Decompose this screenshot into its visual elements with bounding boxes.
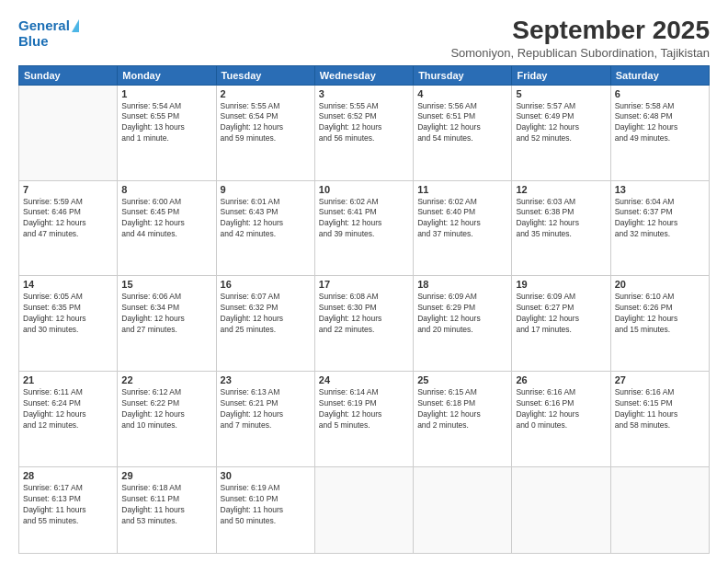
calendar-cell: 16Sunrise: 6:07 AM Sunset: 6:32 PM Dayli…	[216, 276, 314, 372]
day-info: Sunrise: 5:56 AM Sunset: 6:51 PM Dayligh…	[417, 101, 507, 145]
calendar-cell: 2Sunrise: 5:55 AM Sunset: 6:54 PM Daylig…	[216, 85, 314, 180]
calendar-cell: 22Sunrise: 6:12 AM Sunset: 6:22 PM Dayli…	[118, 372, 216, 467]
weekday-header-wednesday: Wednesday	[314, 65, 413, 85]
day-number: 9	[221, 184, 311, 195]
day-info: Sunrise: 5:55 AM Sunset: 6:52 PM Dayligh…	[319, 101, 409, 145]
day-number: 21	[23, 374, 113, 385]
calendar-cell: 20Sunrise: 6:10 AM Sunset: 6:26 PM Dayli…	[610, 276, 709, 372]
day-number: 4	[417, 88, 507, 99]
logo: General Blue	[18, 18, 79, 49]
day-number: 2	[221, 88, 311, 99]
day-number: 6	[615, 88, 705, 99]
day-info: Sunrise: 6:06 AM Sunset: 6:34 PM Dayligh…	[121, 292, 211, 336]
month-year-title: September 2025	[450, 15, 710, 46]
day-number: 24	[319, 374, 409, 385]
calendar-week-row: 14Sunrise: 6:05 AM Sunset: 6:35 PM Dayli…	[19, 276, 710, 372]
weekday-header-sunday: Sunday	[19, 65, 118, 85]
day-info: Sunrise: 6:17 AM Sunset: 6:13 PM Dayligh…	[23, 483, 113, 527]
day-number: 10	[319, 184, 409, 195]
calendar-cell: 18Sunrise: 6:09 AM Sunset: 6:29 PM Dayli…	[414, 276, 512, 372]
day-info: Sunrise: 6:12 AM Sunset: 6:22 PM Dayligh…	[121, 387, 211, 431]
header: General Blue September 2025 Somoniyon, R…	[18, 15, 710, 60]
calendar-table: SundayMondayTuesdayWednesdayThursdayFrid…	[18, 65, 710, 554]
day-number: 23	[221, 374, 311, 385]
day-number: 13	[615, 184, 705, 195]
location-subtitle: Somoniyon, Republican Subordination, Taj…	[450, 46, 710, 60]
day-info: Sunrise: 6:04 AM Sunset: 6:37 PM Dayligh…	[615, 197, 705, 241]
day-info: Sunrise: 6:07 AM Sunset: 6:32 PM Dayligh…	[221, 292, 311, 336]
calendar-cell: 15Sunrise: 6:06 AM Sunset: 6:34 PM Dayli…	[118, 276, 216, 372]
day-info: Sunrise: 6:14 AM Sunset: 6:19 PM Dayligh…	[319, 387, 409, 431]
calendar-week-row: 1Sunrise: 5:54 AM Sunset: 6:55 PM Daylig…	[19, 85, 710, 180]
calendar-cell: 30Sunrise: 6:19 AM Sunset: 6:10 PM Dayli…	[216, 467, 314, 554]
calendar-cell: 5Sunrise: 5:57 AM Sunset: 6:49 PM Daylig…	[512, 85, 610, 180]
day-info: Sunrise: 6:09 AM Sunset: 6:29 PM Dayligh…	[417, 292, 507, 336]
day-number: 14	[23, 279, 113, 290]
day-info: Sunrise: 6:16 AM Sunset: 6:16 PM Dayligh…	[516, 387, 606, 431]
day-info: Sunrise: 6:02 AM Sunset: 6:41 PM Dayligh…	[319, 197, 409, 241]
calendar-cell: 14Sunrise: 6:05 AM Sunset: 6:35 PM Dayli…	[19, 276, 118, 372]
calendar-cell: 6Sunrise: 5:58 AM Sunset: 6:48 PM Daylig…	[610, 85, 709, 180]
calendar-cell: 10Sunrise: 6:02 AM Sunset: 6:41 PM Dayli…	[314, 180, 413, 276]
day-info: Sunrise: 6:09 AM Sunset: 6:27 PM Dayligh…	[516, 292, 606, 336]
calendar-cell	[314, 467, 413, 554]
day-number: 16	[221, 279, 311, 290]
calendar-week-row: 21Sunrise: 6:11 AM Sunset: 6:24 PM Dayli…	[19, 372, 710, 467]
day-info: Sunrise: 6:03 AM Sunset: 6:38 PM Dayligh…	[516, 197, 606, 241]
calendar-cell: 24Sunrise: 6:14 AM Sunset: 6:19 PM Dayli…	[314, 372, 413, 467]
calendar-cell: 12Sunrise: 6:03 AM Sunset: 6:38 PM Dayli…	[512, 180, 610, 276]
calendar-week-row: 28Sunrise: 6:17 AM Sunset: 6:13 PM Dayli…	[19, 467, 710, 554]
day-number: 15	[121, 279, 211, 290]
weekday-header-saturday: Saturday	[610, 65, 709, 85]
calendar-cell: 17Sunrise: 6:08 AM Sunset: 6:30 PM Dayli…	[314, 276, 413, 372]
day-number: 25	[417, 374, 507, 385]
day-number: 22	[121, 374, 211, 385]
day-info: Sunrise: 6:02 AM Sunset: 6:40 PM Dayligh…	[417, 197, 507, 241]
day-number: 18	[417, 279, 507, 290]
day-info: Sunrise: 5:54 AM Sunset: 6:55 PM Dayligh…	[121, 101, 211, 145]
day-number: 17	[319, 279, 409, 290]
day-number: 30	[221, 470, 311, 481]
day-info: Sunrise: 6:08 AM Sunset: 6:30 PM Dayligh…	[319, 292, 409, 336]
logo-blue: Blue	[18, 34, 49, 50]
day-info: Sunrise: 6:16 AM Sunset: 6:15 PM Dayligh…	[615, 387, 705, 431]
day-number: 3	[319, 88, 409, 99]
day-info: Sunrise: 6:05 AM Sunset: 6:35 PM Dayligh…	[23, 292, 113, 336]
calendar-cell	[414, 467, 512, 554]
day-number: 29	[121, 470, 211, 481]
calendar-cell: 27Sunrise: 6:16 AM Sunset: 6:15 PM Dayli…	[610, 372, 709, 467]
day-number: 8	[121, 184, 211, 195]
calendar-cell: 13Sunrise: 6:04 AM Sunset: 6:37 PM Dayli…	[610, 180, 709, 276]
weekday-header-monday: Monday	[118, 65, 216, 85]
day-number: 1	[121, 88, 211, 99]
calendar-cell: 4Sunrise: 5:56 AM Sunset: 6:51 PM Daylig…	[414, 85, 512, 180]
day-info: Sunrise: 5:55 AM Sunset: 6:54 PM Dayligh…	[221, 101, 311, 145]
weekday-header-thursday: Thursday	[414, 65, 512, 85]
day-number: 11	[417, 184, 507, 195]
calendar-cell	[610, 467, 709, 554]
day-number: 19	[516, 279, 606, 290]
day-info: Sunrise: 5:58 AM Sunset: 6:48 PM Dayligh…	[615, 101, 705, 145]
calendar-cell	[512, 467, 610, 554]
title-block: September 2025 Somoniyon, Republican Sub…	[450, 15, 710, 60]
calendar-cell: 8Sunrise: 6:00 AM Sunset: 6:45 PM Daylig…	[118, 180, 216, 276]
calendar-cell: 23Sunrise: 6:13 AM Sunset: 6:21 PM Dayli…	[216, 372, 314, 467]
page: General Blue September 2025 Somoniyon, R…	[0, 0, 728, 563]
day-info: Sunrise: 6:11 AM Sunset: 6:24 PM Dayligh…	[23, 387, 113, 431]
calendar-cell: 3Sunrise: 5:55 AM Sunset: 6:52 PM Daylig…	[314, 85, 413, 180]
day-number: 26	[516, 374, 606, 385]
day-info: Sunrise: 5:57 AM Sunset: 6:49 PM Dayligh…	[516, 101, 606, 145]
weekday-header-friday: Friday	[512, 65, 610, 85]
calendar-cell: 1Sunrise: 5:54 AM Sunset: 6:55 PM Daylig…	[118, 85, 216, 180]
day-number: 28	[23, 470, 113, 481]
calendar-cell: 28Sunrise: 6:17 AM Sunset: 6:13 PM Dayli…	[19, 467, 118, 554]
calendar-cell: 26Sunrise: 6:16 AM Sunset: 6:16 PM Dayli…	[512, 372, 610, 467]
weekday-header-tuesday: Tuesday	[216, 65, 314, 85]
calendar-week-row: 7Sunrise: 5:59 AM Sunset: 6:46 PM Daylig…	[19, 180, 710, 276]
logo-triangle-icon	[72, 19, 79, 32]
calendar-cell: 25Sunrise: 6:15 AM Sunset: 6:18 PM Dayli…	[414, 372, 512, 467]
day-info: Sunrise: 6:01 AM Sunset: 6:43 PM Dayligh…	[221, 197, 311, 241]
calendar-cell: 21Sunrise: 6:11 AM Sunset: 6:24 PM Dayli…	[19, 372, 118, 467]
logo-general: General	[18, 18, 70, 34]
day-info: Sunrise: 6:13 AM Sunset: 6:21 PM Dayligh…	[221, 387, 311, 431]
